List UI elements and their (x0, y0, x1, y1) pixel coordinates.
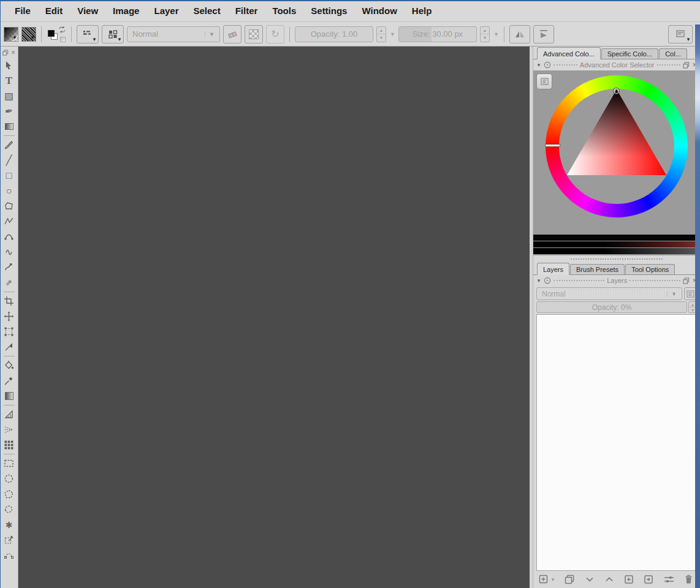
contiguous-select-tool[interactable]: ✱ (1, 517, 18, 532)
move-layer-left-button[interactable] (623, 574, 634, 585)
crop-tool[interactable] (1, 293, 18, 309)
shade-strip-2[interactable] (533, 241, 700, 247)
opacity-options-arrow[interactable]: ▼ (390, 31, 395, 37)
spin-up-icon[interactable]: ▲ (481, 27, 489, 35)
path-select-tool[interactable] (1, 548, 18, 563)
freehand-path-tool[interactable]: ∿ (1, 244, 18, 260)
tab-color[interactable]: Col... (659, 48, 687, 59)
menu-window[interactable]: Window (355, 3, 403, 18)
menu-select[interactable]: Select (187, 3, 227, 18)
bezier-curve-tool[interactable] (1, 229, 18, 244)
workspace-chooser-button[interactable]: ▼ (668, 25, 693, 43)
layer-blending-mode-dropdown[interactable]: Normal ▼ (536, 287, 682, 300)
ellipse-select-tool[interactable] (1, 471, 18, 486)
float-docker-icon[interactable] (683, 62, 690, 69)
float-docker-icon[interactable] (683, 277, 690, 284)
layer-opacity-slider[interactable]: Opacity: 0% (536, 301, 687, 313)
mirror-vertical-button[interactable] (533, 25, 554, 43)
move-tool[interactable] (1, 309, 18, 324)
opacity-spinner[interactable]: ▲▼ (376, 26, 386, 42)
mirror-horizontal-button[interactable] (509, 25, 530, 43)
docker-lock-icon[interactable] (544, 277, 551, 284)
tab-layers[interactable]: Layers (537, 263, 569, 275)
size-options-arrow[interactable]: ▼ (493, 31, 499, 37)
edit-shapes-tool[interactable]: ▨ (1, 88, 18, 104)
select-shapes-tool[interactable] (1, 58, 18, 73)
foreground-color-swatch[interactable] (48, 30, 55, 37)
hue-ring[interactable] (546, 75, 688, 217)
color-picker-tool[interactable] (1, 373, 18, 388)
canvas[interactable] (18, 47, 530, 588)
brush-presets-button[interactable]: ▼ (102, 25, 124, 43)
freehand-brush-tool[interactable] (1, 137, 18, 153)
spin-down-icon[interactable]: ▼ (377, 34, 386, 42)
size-slider[interactable]: Size: 30.00 px (398, 26, 477, 42)
polygon-select-tool[interactable] (1, 486, 18, 502)
pattern-chooser-button[interactable]: ▼ (21, 27, 36, 42)
blending-mode-dropdown[interactable]: Normal ▼ (127, 26, 220, 42)
layer-list[interactable] (536, 314, 697, 571)
menu-edit[interactable]: Edit (39, 3, 69, 18)
layer-properties-button[interactable] (663, 574, 675, 585)
tab-advanced-color-selector[interactable]: Advanced Colo... (537, 47, 601, 59)
freehand-select-tool[interactable] (1, 502, 18, 517)
dynamic-brush-tool[interactable] (1, 260, 18, 275)
line-tool[interactable]: ╱ (1, 153, 18, 168)
fill-tool[interactable] (1, 358, 18, 373)
transform-tool[interactable] (1, 324, 18, 339)
perspective-transform-tool[interactable] (1, 339, 18, 355)
move-layer-right-button[interactable] (643, 574, 654, 585)
color-selector-settings-button[interactable] (536, 74, 552, 89)
similar-color-select-tool[interactable] (1, 532, 18, 548)
advanced-color-selector[interactable] (533, 70, 700, 255)
gradient-chooser-button[interactable]: ▼ (4, 27, 18, 42)
menu-view[interactable]: View (70, 3, 105, 18)
move-layer-down-button[interactable] (584, 574, 595, 585)
tab-specific-color-selector[interactable]: Specific Colo... (601, 48, 658, 59)
text-tool[interactable]: T (1, 73, 18, 88)
shade-strip-1[interactable] (533, 235, 700, 241)
menu-tools[interactable]: Tools (265, 3, 303, 18)
tab-brush-presets[interactable]: Brush Presets (570, 264, 625, 274)
menu-filter[interactable]: Filter (229, 3, 265, 18)
rect-select-tool[interactable] (1, 456, 18, 471)
collapse-docker-icon[interactable]: ▼ (536, 278, 541, 284)
docker-lock-icon[interactable] (544, 61, 551, 69)
spin-up-icon[interactable]: ▲ (377, 27, 386, 35)
rectangle-tool[interactable]: □ (1, 168, 18, 183)
multibrush-tool[interactable]: ⇗ (1, 275, 18, 290)
calligraphy-tool[interactable]: ✒ (1, 104, 18, 119)
menu-help[interactable]: Help (405, 3, 439, 18)
polyline-tool[interactable] (1, 214, 18, 229)
brush-settings-button[interactable]: ▼ (77, 25, 99, 43)
docker-splitter[interactable] (533, 255, 700, 262)
grid-tool[interactable] (1, 437, 18, 453)
close-docker-icon[interactable]: × (11, 48, 15, 57)
reset-colors-icon[interactable] (60, 37, 66, 42)
gradient-tool[interactable] (1, 388, 18, 404)
foreground-background-colors[interactable] (47, 26, 66, 43)
eraser-mode-button[interactable] (223, 25, 242, 43)
shade-strip-3[interactable] (533, 248, 700, 254)
ellipse-tool[interactable]: ○ (1, 183, 18, 198)
measure-tool[interactable] (1, 407, 18, 422)
preserve-alpha-button[interactable] (245, 25, 263, 43)
swap-colors-icon[interactable] (58, 26, 66, 34)
spin-down-icon[interactable]: ▼ (481, 34, 489, 42)
tab-tool-options[interactable]: Tool Options (625, 264, 675, 274)
collapse-docker-icon[interactable]: ▼ (536, 62, 541, 68)
reload-preset-button[interactable]: ↻ (266, 25, 284, 43)
polygon-tool[interactable] (1, 198, 18, 214)
menu-image[interactable]: Image (106, 3, 146, 18)
size-spinner[interactable]: ▲▼ (480, 26, 490, 42)
menu-layer[interactable]: Layer (147, 3, 185, 18)
menu-file[interactable]: File (8, 3, 37, 18)
gradient-edit-tool[interactable] (1, 119, 18, 134)
float-docker-icon[interactable] (2, 50, 9, 56)
perspective-grid-tool[interactable] (1, 422, 18, 437)
menu-settings[interactable]: Settings (304, 3, 354, 18)
move-layer-up-button[interactable] (604, 574, 615, 585)
opacity-slider[interactable]: Opacity: 1.00 (295, 26, 373, 42)
duplicate-layer-button[interactable] (564, 574, 575, 585)
delete-layer-button[interactable] (683, 574, 694, 585)
